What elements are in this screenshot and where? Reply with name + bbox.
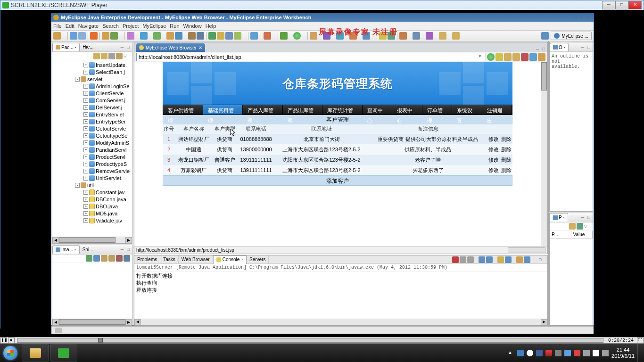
horizontal-scrollbar[interactable]: ◀▶ <box>52 319 132 325</box>
tree-item[interactable]: +PandianServl <box>52 146 132 153</box>
nav-item[interactable]: 产品出库管理 <box>283 105 323 115</box>
tray-icon[interactable] <box>536 350 543 356</box>
menu-project[interactable]: Project <box>123 23 139 29</box>
forward-icon[interactable] <box>452 32 460 40</box>
tray-icon[interactable] <box>574 350 580 356</box>
new-console-icon[interactable] <box>524 256 530 263</box>
favorite-icon[interactable] <box>495 53 503 61</box>
tool-icon[interactable] <box>310 32 317 40</box>
tool-icon[interactable] <box>153 32 161 40</box>
zoom-out-icon[interactable] <box>108 255 115 262</box>
dropdown-icon[interactable] <box>162 35 165 37</box>
minimize-icon[interactable]: ─ <box>580 44 586 50</box>
tab-package-explorer[interactable]: Pac...× <box>52 43 80 51</box>
refresh-icon[interactable] <box>529 53 537 61</box>
dropdown-icon[interactable] <box>408 35 412 37</box>
tree-item[interactable]: +ProductServl <box>52 153 132 160</box>
console-scrollbar[interactable]: ◀ ▶ <box>134 319 547 325</box>
terminate-icon[interactable] <box>452 256 459 263</box>
tree-item[interactable]: +RemoveServle <box>52 167 132 174</box>
tool-icon[interactable] <box>140 32 148 40</box>
status-scrollbar[interactable] <box>508 247 545 253</box>
nav-item[interactable]: 订单管理 <box>422 105 452 115</box>
tab-tasks[interactable]: Tasks <box>160 255 179 264</box>
dropdown-icon[interactable] <box>272 35 276 37</box>
scroll-lock-icon[interactable] <box>486 256 493 263</box>
nav-item[interactable]: 系统设置 <box>452 105 482 115</box>
dropdown-icon[interactable] <box>242 35 246 37</box>
menu-window[interactable]: Window <box>183 23 202 29</box>
url-input[interactable]: http://localhost:8080/txm/admin/client_l… <box>136 53 486 61</box>
zoom-icon[interactable] <box>93 255 100 262</box>
collapse-icon[interactable] <box>108 53 115 59</box>
tab-image[interactable]: Ima...× <box>52 245 80 254</box>
edit-link[interactable]: 修改 <box>488 157 499 163</box>
tray-icon[interactable] <box>517 350 524 356</box>
save-icon[interactable] <box>70 32 77 40</box>
pin-icon[interactable] <box>497 256 504 263</box>
save-all-icon[interactable] <box>78 32 86 40</box>
forward-icon[interactable] <box>512 53 520 61</box>
ide-close-button[interactable]: × <box>585 15 591 20</box>
stop-button[interactable]: ■ <box>8 337 15 343</box>
task-explorer[interactable] <box>22 345 49 362</box>
tab-servers[interactable]: Servers <box>247 255 269 264</box>
seek-bar[interactable] <box>17 338 603 343</box>
tree-item[interactable]: +AdminLoginSe <box>52 82 132 90</box>
tool-icon[interactable] <box>197 32 204 40</box>
dropdown-icon[interactable] <box>447 35 451 37</box>
tree-item[interactable]: +EntrytypeSer <box>52 118 132 125</box>
tree-item[interactable]: +ProducttypeS <box>52 160 132 167</box>
show-desktop-button[interactable] <box>637 344 641 362</box>
dropdown-icon[interactable]: ▼ <box>478 54 484 60</box>
console-body[interactable]: 打开数据库连接执行查询释放连接 <box>134 272 547 319</box>
open-console-icon[interactable] <box>516 256 523 263</box>
zoom-in-icon[interactable] <box>101 255 107 262</box>
tree-item[interactable]: +Constant.jav <box>52 189 132 196</box>
tool-icon[interactable] <box>166 32 174 40</box>
menu-navigate[interactable]: Navigate <box>78 23 99 29</box>
ide-maximize-button[interactable]: □ <box>579 15 585 20</box>
remove-all-icon[interactable] <box>467 256 474 263</box>
dropdown-icon[interactable] <box>259 35 263 37</box>
remove-icon[interactable] <box>460 256 466 263</box>
forward-icon[interactable] <box>101 53 107 59</box>
menu-dropdown-icon[interactable]: ▽ <box>124 53 130 59</box>
minimize-button[interactable]: ─ <box>602 1 615 9</box>
dropdown-icon[interactable] <box>119 35 123 37</box>
maximize-icon[interactable]: □ <box>586 214 592 220</box>
fullscreen-button[interactable]: ⛶ <box>637 337 644 343</box>
tree-item[interactable]: +DBO.java <box>52 203 132 210</box>
back-icon[interactable] <box>439 32 446 40</box>
tree-item[interactable]: -servlet <box>52 75 132 82</box>
tool-icon[interactable] <box>188 32 196 40</box>
maximize-icon[interactable]: □ <box>125 44 131 50</box>
tree-item[interactable]: +ClientServle <box>52 90 132 97</box>
package-tree[interactable]: +InsertUpdate.+SelectBean.j-servlet+Admi… <box>52 60 132 237</box>
maximize-icon[interactable]: □ <box>539 256 545 263</box>
delete-icon[interactable] <box>116 255 123 262</box>
tree-item[interactable]: +Validate.jav <box>52 217 132 224</box>
perspective-pill[interactable]: MyEclipse ... <box>551 32 592 40</box>
tree-item[interactable]: +DBConn.java <box>52 196 132 203</box>
dropdown-icon[interactable] <box>149 35 152 37</box>
delete-link[interactable]: 删除 <box>501 167 512 173</box>
minimize-icon[interactable]: ─ <box>580 214 586 220</box>
tool-icon[interactable] <box>124 255 130 262</box>
nav-item[interactable]: 基础资料管理 <box>203 105 243 115</box>
edit-link[interactable]: 修改 <box>488 136 499 142</box>
tab-outline[interactable]: O× <box>550 43 569 51</box>
tree-item[interactable]: +SelectBean.j <box>52 68 132 75</box>
refresh-icon[interactable] <box>86 255 92 262</box>
dropdown-icon[interactable] <box>135 35 139 37</box>
tray-icon[interactable] <box>555 350 561 356</box>
tray-icon[interactable] <box>545 350 552 356</box>
tree-item[interactable]: +MD5.java <box>52 210 132 217</box>
minimize-icon[interactable]: ─ <box>531 256 538 263</box>
tool-icon[interactable] <box>110 32 118 40</box>
nav-item[interactable]: 查询中心 <box>363 105 392 115</box>
menu-myeclipse[interactable]: MyEclipse <box>142 23 166 29</box>
maximize-icon[interactable]: □ <box>541 46 546 52</box>
tool-icon[interactable] <box>426 32 433 40</box>
new-icon[interactable] <box>53 32 61 40</box>
